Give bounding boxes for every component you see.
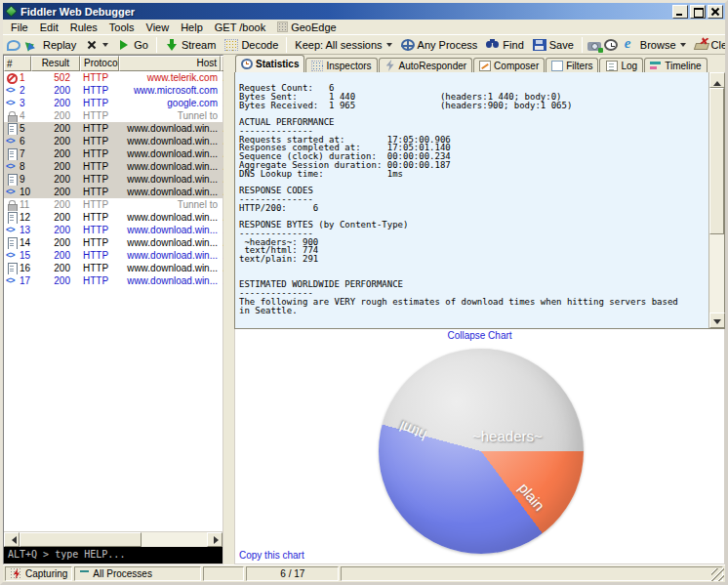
menu-item-view[interactable]: View bbox=[141, 21, 176, 34]
menu-item-tools[interactable]: Tools bbox=[103, 21, 141, 34]
session-number-cell: 7 bbox=[4, 148, 31, 160]
session-row[interactable]: 6200HTTPwww.download.win.../m bbox=[4, 135, 222, 147]
scroll-thumb[interactable] bbox=[20, 532, 142, 547]
doc-icon bbox=[6, 123, 18, 135]
session-number: 11 bbox=[20, 199, 29, 210]
column-header-protocol[interactable]: Protocol bbox=[80, 56, 119, 71]
tab-statistics[interactable]: Statistics bbox=[235, 55, 304, 72]
session-row[interactable]: 16200HTTPwww.download.win.../m bbox=[4, 262, 222, 274]
session-row[interactable]: 13200HTTPwww.download.win.../m bbox=[4, 224, 222, 236]
column-header-host[interactable]: Host bbox=[119, 56, 221, 71]
menu-item-label: Edit bbox=[40, 21, 59, 33]
details-panel: StatisticsInspectorsAutoResponderCompose… bbox=[234, 55, 725, 564]
tab-label: Composer bbox=[494, 61, 539, 71]
result-cell: 200 bbox=[31, 136, 80, 146]
session-number-cell: 8 bbox=[4, 161, 31, 173]
code-icon bbox=[6, 136, 18, 147]
status-empty-cell bbox=[203, 566, 244, 581]
menu-item-file[interactable]: File bbox=[5, 21, 34, 34]
clear-cache-button[interactable]: Clear Cache bbox=[692, 38, 728, 52]
replay-icon bbox=[26, 38, 40, 52]
scroll-down-icon[interactable] bbox=[709, 313, 725, 328]
column-header-#[interactable]: # bbox=[4, 56, 31, 71]
collapse-chart-link[interactable]: Collapse Chart bbox=[447, 330, 511, 341]
minimize-button[interactable] bbox=[672, 5, 688, 19]
menu-item-edit[interactable]: Edit bbox=[34, 21, 64, 34]
protocol-cell: HTTP bbox=[80, 148, 119, 159]
tab-label: AutoResponder bbox=[399, 61, 467, 71]
code-icon bbox=[6, 161, 18, 173]
tab-filters[interactable]: Filters bbox=[546, 58, 598, 72]
doc-icon bbox=[6, 148, 18, 160]
find-button[interactable]: Find bbox=[483, 37, 526, 53]
host-cell: www.microsoft.com bbox=[119, 85, 221, 96]
tab-timeline[interactable]: Timeline bbox=[644, 58, 707, 72]
session-row[interactable]: 1502HTTPwww.telerik.com/U bbox=[4, 71, 222, 84]
session-number: 15 bbox=[20, 250, 30, 261]
save-button[interactable]: Save bbox=[530, 37, 577, 52]
stream-icon bbox=[165, 38, 179, 52]
session-number-cell: 2 bbox=[4, 85, 31, 97]
decode-button[interactable]: Decode bbox=[222, 37, 281, 52]
quickexec-input[interactable]: ALT+Q > type HELP... bbox=[4, 547, 222, 564]
session-row[interactable]: 17200HTTPwww.download.win.../m bbox=[4, 274, 222, 287]
result-cell: 200 bbox=[31, 110, 80, 121]
tab-log[interactable]: Log bbox=[599, 58, 643, 72]
menu-item-geoedge[interactable]: GeoEdge bbox=[271, 21, 342, 34]
session-row[interactable]: 5200HTTPwww.download.win.../m bbox=[4, 122, 222, 135]
session-row[interactable]: 9200HTTPwww.download.win.../m bbox=[4, 173, 222, 186]
any-process-button[interactable]: Any Process bbox=[398, 37, 481, 52]
horizontal-scrollbar[interactable] bbox=[4, 531, 222, 547]
host-cell: www.download.win... bbox=[119, 225, 221, 235]
scroll-left-icon[interactable] bbox=[4, 532, 20, 547]
vertical-scrollbar[interactable] bbox=[708, 72, 724, 328]
delete-button[interactable] bbox=[82, 37, 111, 53]
protocol-cell: HTTP bbox=[80, 212, 119, 223]
fiddler-window: Fiddler Web Debugger FileEditRulesToolsV… bbox=[0, 0, 728, 585]
session-row[interactable]: 3200HTTPgoogle.com/ bbox=[4, 97, 222, 109]
session-row[interactable]: 14200HTTPwww.download.win.../m bbox=[4, 236, 222, 249]
menu-item-rules[interactable]: Rules bbox=[64, 21, 103, 34]
protocol-cell: HTTP bbox=[80, 199, 119, 210]
session-row[interactable]: 15200HTTPwww.download.win.../m bbox=[4, 249, 222, 262]
browse-button[interactable]: Browse bbox=[621, 37, 689, 53]
tab-autoresponder[interactable]: AutoResponder bbox=[379, 58, 473, 72]
menu-item-help[interactable]: Help bbox=[175, 21, 209, 34]
host-cell: www.download.win... bbox=[119, 263, 221, 273]
clear-cache-icon bbox=[693, 43, 708, 50]
tab-inspectors[interactable]: Inspectors bbox=[305, 58, 377, 72]
scroll-right-icon[interactable] bbox=[207, 532, 222, 547]
session-row[interactable]: 10200HTTPwww.download.win.../m bbox=[4, 186, 222, 198]
screenshot-icon[interactable] bbox=[587, 42, 601, 51]
timer-icon[interactable] bbox=[604, 39, 618, 51]
column-header-result[interactable]: Result bbox=[31, 56, 80, 71]
menu-item-get-book[interactable]: GET /book bbox=[209, 21, 271, 34]
session-row[interactable]: 11200HTTPTunnel togo bbox=[4, 198, 222, 211]
session-row[interactable]: 4200HTTPTunnel togo bbox=[4, 109, 222, 122]
copy-chart-link[interactable]: Copy this chart bbox=[239, 550, 304, 561]
stream-button[interactable]: Stream bbox=[162, 37, 219, 53]
tab-composer[interactable]: Composer bbox=[473, 58, 545, 72]
process-filter-status[interactable]: All Processes bbox=[74, 566, 201, 581]
session-row[interactable]: 7200HTTPwww.download.win.../m bbox=[4, 147, 222, 160]
scroll-up-icon[interactable] bbox=[709, 72, 725, 88]
comment-icon[interactable] bbox=[7, 40, 20, 51]
maximize-button[interactable] bbox=[690, 5, 706, 19]
go-button[interactable]: Go bbox=[114, 37, 151, 53]
host-cell: www.download.win... bbox=[119, 148, 221, 159]
result-cell: 200 bbox=[31, 237, 80, 248]
keep-sessions-dropdown[interactable]: Keep: All sessions bbox=[292, 38, 394, 52]
session-number: 1 bbox=[20, 72, 25, 83]
replay-button[interactable]: Replay bbox=[23, 37, 79, 53]
scroll-thumb[interactable] bbox=[709, 88, 724, 234]
capturing-status[interactable]: Capturing bbox=[5, 566, 72, 581]
resize-grip-icon[interactable] bbox=[711, 568, 724, 581]
session-row[interactable]: 12200HTTPwww.download.win.../m bbox=[4, 211, 222, 224]
session-number: 16 bbox=[20, 263, 30, 273]
scroll-track[interactable] bbox=[709, 234, 724, 313]
session-row[interactable]: 2200HTTPwww.microsoft.com/is bbox=[4, 84, 222, 97]
panel-splitter[interactable] bbox=[223, 55, 234, 564]
session-number: 17 bbox=[20, 275, 30, 286]
close-button[interactable] bbox=[708, 5, 723, 19]
session-row[interactable]: 8200HTTPwww.download.win.../m bbox=[4, 160, 222, 173]
